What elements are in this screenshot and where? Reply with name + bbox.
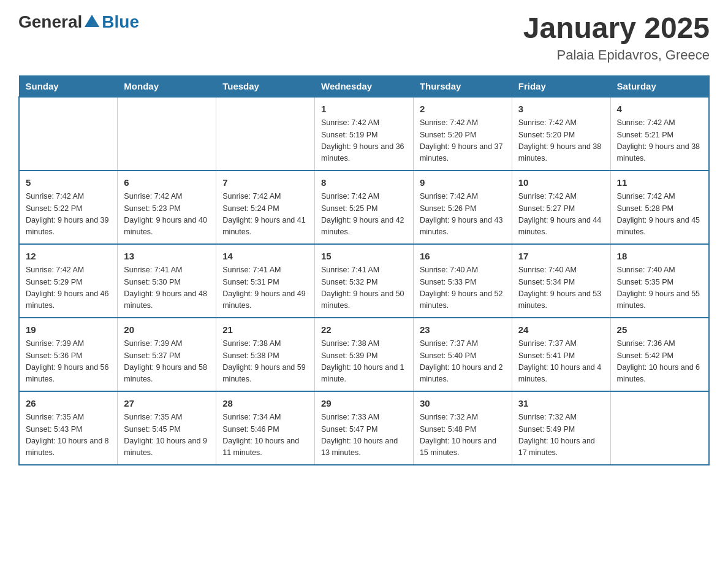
day-number: 30 xyxy=(420,397,506,411)
day-info: Sunrise: 7:36 AM Sunset: 5:42 PM Dayligh… xyxy=(617,338,702,386)
day-info: Sunrise: 7:39 AM Sunset: 5:36 PM Dayligh… xyxy=(26,338,111,386)
day-number: 27 xyxy=(124,397,210,411)
table-row xyxy=(610,391,709,465)
day-info: Sunrise: 7:35 AM Sunset: 5:45 PM Dayligh… xyxy=(124,412,210,459)
day-number: 28 xyxy=(222,397,308,411)
table-row: 12Sunrise: 7:42 AM Sunset: 5:29 PM Dayli… xyxy=(19,244,118,318)
calendar-header-row: Sunday Monday Tuesday Wednesday Thursday… xyxy=(19,75,709,97)
header-tuesday: Tuesday xyxy=(216,75,315,97)
calendar-week-row: 1Sunrise: 7:42 AM Sunset: 5:19 PM Daylig… xyxy=(19,97,709,170)
calendar-week-row: 19Sunrise: 7:39 AM Sunset: 5:36 PM Dayli… xyxy=(19,318,709,391)
day-number: 16 xyxy=(420,250,506,264)
day-info: Sunrise: 7:42 AM Sunset: 5:20 PM Dayligh… xyxy=(420,117,506,165)
calendar-subtitle: Palaia Epidavros, Greece xyxy=(523,47,710,63)
table-row: 8Sunrise: 7:42 AM Sunset: 5:25 PM Daylig… xyxy=(315,170,414,244)
day-number: 5 xyxy=(26,176,111,190)
day-info: Sunrise: 7:38 AM Sunset: 5:38 PM Dayligh… xyxy=(222,338,308,386)
day-info: Sunrise: 7:42 AM Sunset: 5:26 PM Dayligh… xyxy=(420,191,506,239)
day-info: Sunrise: 7:41 AM Sunset: 5:31 PM Dayligh… xyxy=(222,264,308,312)
day-number: 23 xyxy=(420,323,506,337)
day-info: Sunrise: 7:41 AM Sunset: 5:30 PM Dayligh… xyxy=(124,264,210,312)
day-info: Sunrise: 7:35 AM Sunset: 5:43 PM Dayligh… xyxy=(26,412,111,459)
day-info: Sunrise: 7:42 AM Sunset: 5:29 PM Dayligh… xyxy=(26,264,111,312)
day-info: Sunrise: 7:39 AM Sunset: 5:37 PM Dayligh… xyxy=(124,338,210,386)
day-number: 26 xyxy=(26,397,111,411)
table-row: 20Sunrise: 7:39 AM Sunset: 5:37 PM Dayli… xyxy=(118,318,216,391)
day-number: 11 xyxy=(617,176,702,190)
logo-icon xyxy=(83,13,100,31)
logo: General Blue xyxy=(18,12,139,32)
day-info: Sunrise: 7:42 AM Sunset: 5:20 PM Dayligh… xyxy=(518,117,604,165)
day-info: Sunrise: 7:40 AM Sunset: 5:34 PM Dayligh… xyxy=(518,264,604,312)
day-info: Sunrise: 7:37 AM Sunset: 5:40 PM Dayligh… xyxy=(420,338,506,386)
day-info: Sunrise: 7:34 AM Sunset: 5:46 PM Dayligh… xyxy=(222,412,308,459)
table-row: 6Sunrise: 7:42 AM Sunset: 5:23 PM Daylig… xyxy=(118,170,216,244)
table-row: 24Sunrise: 7:37 AM Sunset: 5:41 PM Dayli… xyxy=(512,318,610,391)
day-number: 15 xyxy=(321,250,407,264)
table-row: 3Sunrise: 7:42 AM Sunset: 5:20 PM Daylig… xyxy=(512,97,610,170)
day-info: Sunrise: 7:42 AM Sunset: 5:21 PM Dayligh… xyxy=(617,117,702,165)
day-number: 3 xyxy=(518,102,604,117)
table-row: 30Sunrise: 7:32 AM Sunset: 5:48 PM Dayli… xyxy=(413,391,512,465)
day-number: 20 xyxy=(124,323,210,337)
day-number: 24 xyxy=(518,323,604,337)
day-info: Sunrise: 7:42 AM Sunset: 5:23 PM Dayligh… xyxy=(124,191,210,239)
day-info: Sunrise: 7:37 AM Sunset: 5:41 PM Dayligh… xyxy=(518,338,604,386)
day-number: 10 xyxy=(518,176,604,190)
calendar-title: January 2025 xyxy=(523,12,710,45)
day-number: 12 xyxy=(26,250,111,264)
day-number: 6 xyxy=(124,176,210,190)
table-row: 22Sunrise: 7:38 AM Sunset: 5:39 PM Dayli… xyxy=(315,318,414,391)
logo-text-general: General xyxy=(18,12,82,32)
logo-text-blue: Blue xyxy=(102,12,139,32)
day-info: Sunrise: 7:32 AM Sunset: 5:48 PM Dayligh… xyxy=(420,412,506,459)
table-row: 25Sunrise: 7:36 AM Sunset: 5:42 PM Dayli… xyxy=(610,318,709,391)
day-number: 21 xyxy=(222,323,308,337)
day-info: Sunrise: 7:33 AM Sunset: 5:47 PM Dayligh… xyxy=(321,412,407,459)
table-row: 28Sunrise: 7:34 AM Sunset: 5:46 PM Dayli… xyxy=(216,391,315,465)
day-number: 13 xyxy=(124,250,210,264)
title-block: January 2025 Palaia Epidavros, Greece xyxy=(523,12,710,63)
table-row: 1Sunrise: 7:42 AM Sunset: 5:19 PM Daylig… xyxy=(315,97,414,170)
table-row xyxy=(118,97,216,170)
table-row: 9Sunrise: 7:42 AM Sunset: 5:26 PM Daylig… xyxy=(413,170,512,244)
day-info: Sunrise: 7:42 AM Sunset: 5:19 PM Dayligh… xyxy=(321,117,407,165)
page-header: General Blue January 2025 Palaia Epidavr… xyxy=(18,12,710,63)
table-row: 17Sunrise: 7:40 AM Sunset: 5:34 PM Dayli… xyxy=(512,244,610,318)
table-row: 14Sunrise: 7:41 AM Sunset: 5:31 PM Dayli… xyxy=(216,244,315,318)
table-row: 11Sunrise: 7:42 AM Sunset: 5:28 PM Dayli… xyxy=(610,170,709,244)
day-number: 8 xyxy=(321,176,407,190)
day-info: Sunrise: 7:42 AM Sunset: 5:28 PM Dayligh… xyxy=(617,191,702,239)
table-row: 7Sunrise: 7:42 AM Sunset: 5:24 PM Daylig… xyxy=(216,170,315,244)
table-row: 21Sunrise: 7:38 AM Sunset: 5:38 PM Dayli… xyxy=(216,318,315,391)
day-number: 4 xyxy=(617,102,702,117)
table-row: 15Sunrise: 7:41 AM Sunset: 5:32 PM Dayli… xyxy=(315,244,414,318)
day-number: 29 xyxy=(321,397,407,411)
table-row: 2Sunrise: 7:42 AM Sunset: 5:20 PM Daylig… xyxy=(413,97,512,170)
table-row: 4Sunrise: 7:42 AM Sunset: 5:21 PM Daylig… xyxy=(610,97,709,170)
day-number: 19 xyxy=(26,323,111,337)
day-info: Sunrise: 7:40 AM Sunset: 5:33 PM Dayligh… xyxy=(420,264,506,312)
header-thursday: Thursday xyxy=(413,75,512,97)
table-row: 13Sunrise: 7:41 AM Sunset: 5:30 PM Dayli… xyxy=(118,244,216,318)
day-info: Sunrise: 7:41 AM Sunset: 5:32 PM Dayligh… xyxy=(321,264,407,312)
table-row: 5Sunrise: 7:42 AM Sunset: 5:22 PM Daylig… xyxy=(19,170,118,244)
calendar-table: Sunday Monday Tuesday Wednesday Thursday… xyxy=(18,75,710,465)
header-saturday: Saturday xyxy=(610,75,709,97)
day-number: 7 xyxy=(222,176,308,190)
day-info: Sunrise: 7:32 AM Sunset: 5:49 PM Dayligh… xyxy=(518,412,604,459)
day-number: 31 xyxy=(518,397,604,411)
day-info: Sunrise: 7:42 AM Sunset: 5:27 PM Dayligh… xyxy=(518,191,604,239)
day-info: Sunrise: 7:42 AM Sunset: 5:25 PM Dayligh… xyxy=(321,191,407,239)
day-number: 17 xyxy=(518,250,604,264)
day-info: Sunrise: 7:40 AM Sunset: 5:35 PM Dayligh… xyxy=(617,264,702,312)
table-row: 23Sunrise: 7:37 AM Sunset: 5:40 PM Dayli… xyxy=(413,318,512,391)
header-wednesday: Wednesday xyxy=(315,75,414,97)
calendar-week-row: 12Sunrise: 7:42 AM Sunset: 5:29 PM Dayli… xyxy=(19,244,709,318)
table-row: 16Sunrise: 7:40 AM Sunset: 5:33 PM Dayli… xyxy=(413,244,512,318)
day-number: 25 xyxy=(617,323,702,337)
table-row: 31Sunrise: 7:32 AM Sunset: 5:49 PM Dayli… xyxy=(512,391,610,465)
day-number: 22 xyxy=(321,323,407,337)
table-row xyxy=(19,97,118,170)
day-number: 1 xyxy=(321,102,407,117)
